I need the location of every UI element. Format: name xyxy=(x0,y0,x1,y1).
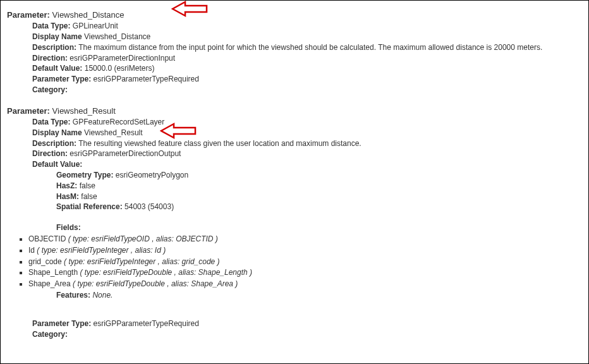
spatial-ref-value: 54003 (54003) xyxy=(124,202,174,211)
field-name: Id xyxy=(28,246,37,255)
parameter-block: Parameter: Viewshed_Result Data Type: GP… xyxy=(7,106,582,340)
data-type-value: GPLinearUnit xyxy=(73,21,118,30)
field-name: Shape_Area xyxy=(28,279,73,288)
display-name-row: Display Name Viewshed_Distance xyxy=(32,32,582,42)
field-item: grid_code ( type: esriFieldTypeInteger ,… xyxy=(28,257,582,267)
fields-label: Fields: xyxy=(56,223,81,232)
param-type-row: Parameter Type: esriGPParameterTypeRequi… xyxy=(32,74,582,85)
direction-label: Direction: xyxy=(32,54,68,63)
description-value: The resulting viewshed feature class giv… xyxy=(78,139,361,148)
description-label: Description: xyxy=(32,139,76,148)
features-label: Features: xyxy=(56,291,90,300)
display-name-label: Display Name xyxy=(32,32,82,41)
fields-list: OBJECTID ( type: esriFieldTypeOID , alia… xyxy=(28,234,582,289)
category-row: Category: xyxy=(32,85,582,95)
default-value-row: Default Value: xyxy=(32,159,582,170)
hasz-value: false xyxy=(80,181,95,190)
parameter-label: Parameter: xyxy=(7,10,50,20)
display-name-value: Viewshed_Result xyxy=(84,128,143,137)
field-name: OBJECTID xyxy=(28,234,68,243)
default-value-row: Default Value: 15000.0 (esriMeters) xyxy=(32,63,582,74)
field-details: ( type: esriFieldTypeInteger , alias: gr… xyxy=(64,257,220,266)
callout-arrow-icon xyxy=(171,0,209,18)
display-name-value: Viewshed_Distance xyxy=(84,32,150,41)
parameter-name: Viewshed_Result xyxy=(52,106,116,116)
fields-row: Fields: xyxy=(56,222,582,233)
parameter-header: Parameter: Viewshed_Distance xyxy=(7,9,582,21)
direction-row: Direction: esriGPParameterDirectionOutpu… xyxy=(32,149,582,159)
parameter-block: Parameter: Viewshed_Distance Data Type: … xyxy=(7,9,582,95)
direction-label: Direction: xyxy=(32,149,68,158)
description-row: Description: The maximum distance from t… xyxy=(32,42,582,53)
display-name-row: Display Name Viewshed_Result xyxy=(32,128,582,138)
hasz-label: HasZ: xyxy=(56,181,77,190)
field-item: Shape_Length ( type: esriFieldTypeDouble… xyxy=(28,267,582,278)
features-value: None. xyxy=(92,291,112,300)
default-value-value: 15000.0 (esriMeters) xyxy=(85,64,155,73)
description-label: Description: xyxy=(32,43,76,52)
data-type-label: Data Type: xyxy=(32,21,70,30)
param-type-label: Parameter Type: xyxy=(32,319,91,328)
field-item: OBJECTID ( type: esriFieldTypeOID , alia… xyxy=(28,234,582,245)
default-value-label: Default Value: xyxy=(32,64,82,73)
geometry-type-row: Geometry Type: esriGeometryPolygon xyxy=(56,170,582,181)
parameter-label: Parameter: xyxy=(7,106,50,116)
geometry-type-value: esriGeometryPolygon xyxy=(116,171,188,179)
direction-value: esriGPParameterDirectionOutput xyxy=(70,149,181,158)
category-label: Category: xyxy=(32,85,68,94)
geometry-type-label: Geometry Type: xyxy=(56,171,113,179)
display-name-label: Display Name xyxy=(32,128,82,137)
field-name: grid_code xyxy=(28,257,64,266)
description-value: The maximum distance from the input poin… xyxy=(78,43,542,52)
category-row: Category: xyxy=(32,329,582,340)
field-item: Shape_Area ( type: esriFieldTypeDouble ,… xyxy=(28,279,582,289)
data-type-row: Data Type: GPLinearUnit xyxy=(32,21,582,32)
parameter-name: Viewshed_Distance xyxy=(52,10,124,20)
callout-arrow-icon xyxy=(160,122,198,140)
spatial-ref-label: Spatial Reference: xyxy=(56,202,123,211)
data-type-row: Data Type: GPFeatureRecordSetLayer xyxy=(32,117,582,128)
param-type-value: esriGPParameterTypeRequired xyxy=(94,75,199,83)
spatial-ref-row: Spatial Reference: 54003 (54003) xyxy=(56,202,582,212)
field-details: ( type: esriFieldTypeInteger , alias: Id… xyxy=(37,246,166,255)
param-type-label: Parameter Type: xyxy=(32,75,91,83)
hasz-row: HasZ: false xyxy=(56,181,582,191)
direction-value: esriGPParameterDirectionInput xyxy=(70,54,175,63)
field-details: ( type: esriFieldTypeOID , alias: OBJECT… xyxy=(68,234,218,243)
category-label: Category: xyxy=(32,330,68,339)
param-type-value: esriGPParameterTypeRequired xyxy=(94,319,199,328)
param-type-row: Parameter Type: esriGPParameterTypeRequi… xyxy=(32,318,582,329)
field-item: Id ( type: esriFieldTypeInteger , alias:… xyxy=(28,245,582,256)
field-details: ( type: esriFieldTypeDouble , alias: Sha… xyxy=(80,268,252,277)
field-name: Shape_Length xyxy=(28,268,80,277)
hasm-row: HasM: false xyxy=(56,191,582,202)
field-details: ( type: esriFieldTypeDouble , alias: Sha… xyxy=(73,279,238,288)
features-row: Features: None. xyxy=(56,290,582,301)
hasm-value: false xyxy=(81,192,97,201)
data-type-label: Data Type: xyxy=(32,118,70,126)
data-type-value: GPFeatureRecordSetLayer xyxy=(73,118,164,126)
default-value-label: Default Value: xyxy=(32,160,82,169)
hasm-label: HasM: xyxy=(56,192,79,201)
direction-row: Direction: esriGPParameterDirectionInput xyxy=(32,53,582,64)
parameter-header: Parameter: Viewshed_Result xyxy=(7,106,582,117)
description-row: Description: The resulting viewshed feat… xyxy=(32,138,582,149)
